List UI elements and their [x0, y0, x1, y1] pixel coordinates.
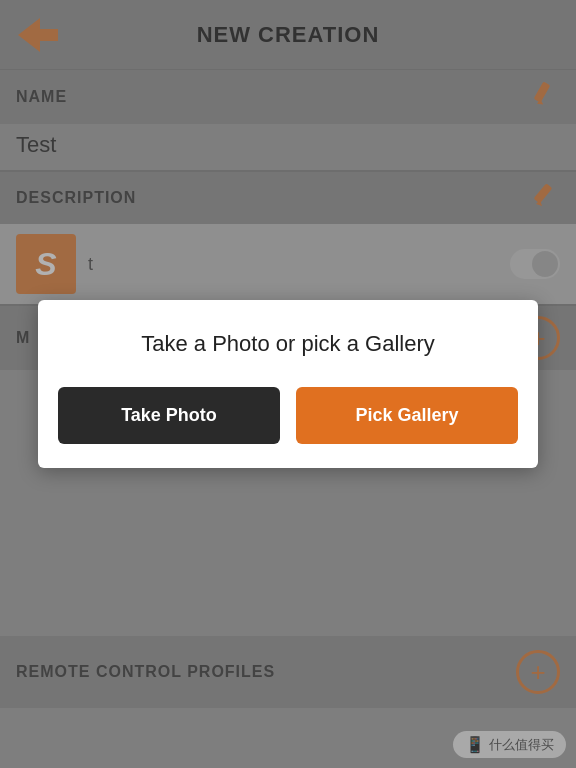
take-photo-button[interactable]: Take Photo — [58, 387, 280, 444]
modal-overlay: Take a Photo or pick a Gallery Take Phot… — [0, 0, 576, 768]
photo-dialog: Take a Photo or pick a Gallery Take Phot… — [38, 300, 538, 468]
pick-gallery-button[interactable]: Pick Gallery — [296, 387, 518, 444]
dialog-message: Take a Photo or pick a Gallery — [141, 330, 434, 359]
dialog-buttons: Take Photo Pick Gallery — [58, 387, 518, 444]
